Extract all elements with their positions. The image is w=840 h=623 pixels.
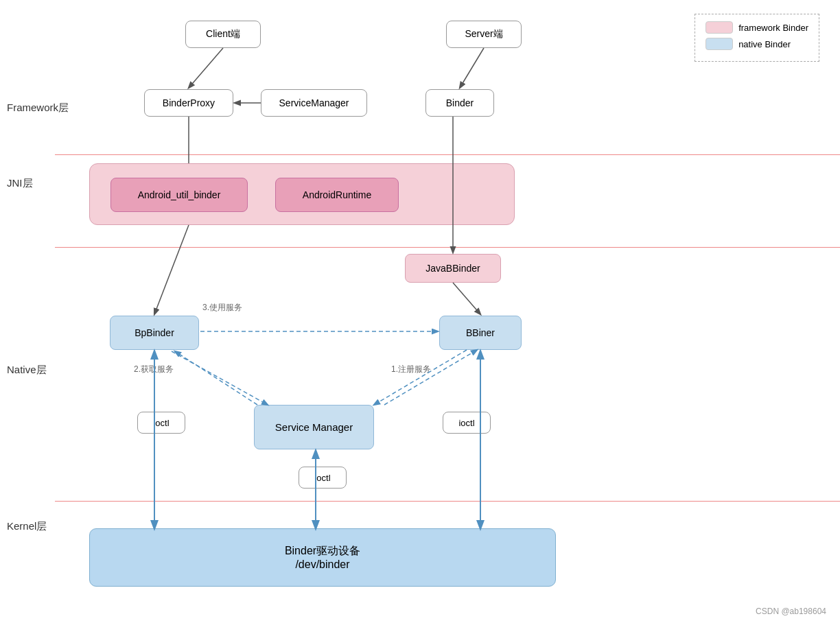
service-manager-node: Service Manager bbox=[254, 405, 374, 449]
legend-native: native Binder bbox=[705, 38, 808, 50]
server-node: Server端 bbox=[446, 21, 522, 48]
legend-framework-color bbox=[705, 21, 733, 34]
divider-native-kernel bbox=[55, 501, 840, 502]
bp-binder-node: BpBinder bbox=[110, 316, 199, 350]
binder-fw-node: Binder bbox=[425, 89, 494, 117]
use-service-label: 3.使用服务 bbox=[202, 302, 242, 314]
jni-container: Android_util_binder AndroidRuntime bbox=[89, 163, 515, 225]
diagram-container: Framework层 JNI层 Native层 Kernel层 Client端 … bbox=[0, 0, 840, 623]
ioctl-right-node: ioctl bbox=[443, 412, 491, 434]
client-node: Client端 bbox=[185, 21, 261, 48]
ioctl-bottom-node: ioctl bbox=[299, 467, 347, 489]
svg-line-6 bbox=[453, 283, 480, 314]
svg-line-10 bbox=[374, 350, 467, 405]
binder-driver-node: Binder驱动设备 /dev/binder bbox=[89, 528, 556, 587]
reg-service-label: 1.注册服务 bbox=[391, 364, 431, 375]
native-layer-label: Native层 bbox=[7, 364, 47, 377]
binder-proxy-node: BinderProxy bbox=[144, 89, 233, 117]
svg-line-1 bbox=[460, 48, 484, 88]
get-service-label: 2.获取服务 bbox=[134, 364, 174, 375]
svg-line-4 bbox=[154, 225, 189, 314]
svg-line-8 bbox=[172, 351, 268, 405]
android-runtime-node: AndroidRuntime bbox=[275, 178, 399, 212]
framework-layer-label: Framework层 bbox=[7, 102, 69, 115]
svg-line-9 bbox=[175, 351, 257, 405]
svg-line-11 bbox=[384, 350, 477, 405]
kernel-layer-label: Kernel层 bbox=[7, 520, 47, 533]
bbinder-node: BBiner bbox=[439, 316, 522, 350]
ioctl-left-node: ioctl bbox=[137, 412, 185, 434]
android-util-binder-node: Android_util_binder bbox=[110, 178, 248, 212]
legend: framework Binder native Binder bbox=[695, 14, 819, 62]
legend-framework: framework Binder bbox=[705, 21, 808, 34]
watermark: CSDN @ab198604 bbox=[756, 607, 826, 616]
jni-layer-label: JNI层 bbox=[7, 177, 33, 190]
svg-line-0 bbox=[189, 48, 223, 88]
legend-native-color bbox=[705, 38, 733, 50]
java-bbinder-node: JavaBBinder bbox=[405, 254, 501, 283]
divider-jni-native bbox=[55, 247, 840, 248]
divider-framework-jni bbox=[55, 154, 840, 155]
service-manager-fw-node: ServiceManager bbox=[261, 89, 367, 117]
